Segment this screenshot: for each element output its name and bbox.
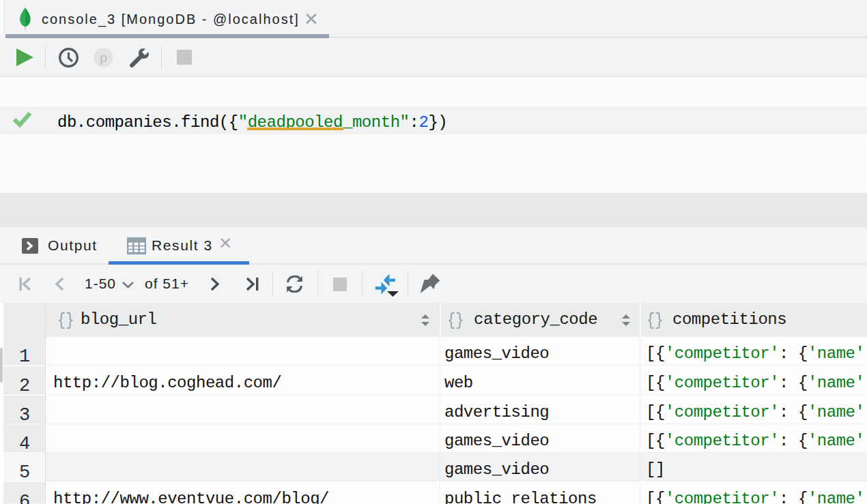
svg-text:p: p <box>100 50 107 65</box>
